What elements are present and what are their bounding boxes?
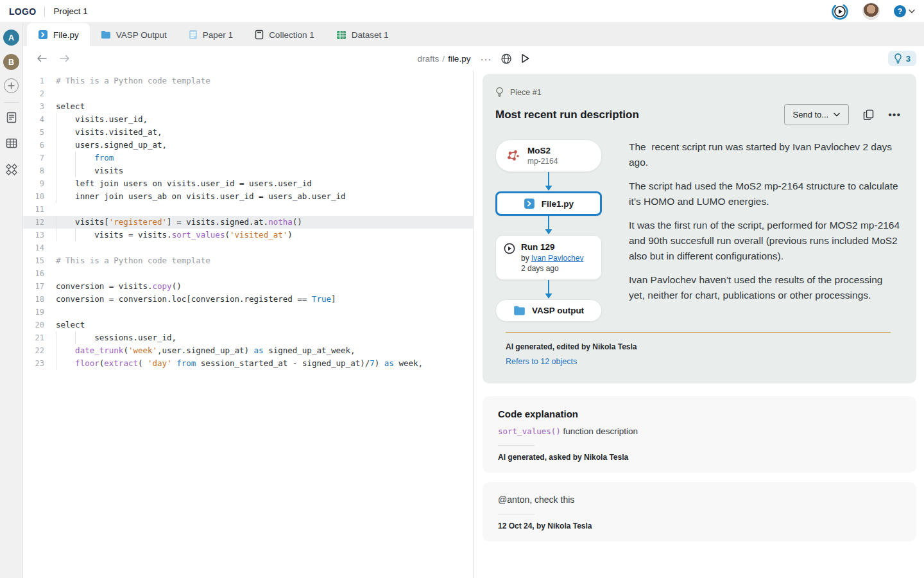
explanation-title: Code explanation [498, 408, 901, 419]
output-node-title: VASP output [532, 306, 584, 315]
code-line[interactable]: 17conversion = visits.copy() [23, 280, 473, 293]
code-line[interactable]: 1# This is a Python code template [23, 74, 473, 87]
code-line[interactable]: 11 [23, 203, 473, 216]
breadcrumb-file: file.py [448, 54, 470, 64]
left-rail: A B [0, 23, 23, 578]
code-line[interactable]: 16 [23, 267, 473, 280]
code-text: select [56, 100, 473, 113]
tab-dataset-1[interactable]: Dataset 1 [325, 23, 400, 46]
insights-pane: Piece #1 Most recent run description Sen… [474, 71, 924, 578]
tab-file-py[interactable]: File.py [27, 23, 90, 46]
tab-collection-1[interactable]: Collection 1 [244, 23, 325, 46]
code-text: inner join users_ab on visits.user_id = … [56, 190, 473, 203]
run-progress-button[interactable] [832, 3, 848, 20]
divider [498, 514, 535, 514]
output-node[interactable]: VASP output [495, 299, 602, 322]
top-bar: LOGO Project 1 ? [0, 0, 924, 23]
apps-panel-button[interactable] [5, 163, 18, 179]
code-explanation-card[interactable]: Code explanation sort_values() function … [483, 396, 916, 473]
comment-card[interactable]: @anton, check this 12 Oct 24, by Nikola … [483, 482, 916, 541]
code-text: left join users on visits.user_id = user… [56, 177, 473, 190]
line-number: 1 [23, 74, 47, 87]
run-author-link[interactable]: Ivan Pavlochev [531, 254, 583, 263]
code-editor[interactable]: 1# This is a Python code template23selec… [23, 71, 474, 578]
forward-button[interactable] [59, 54, 71, 63]
globe-icon[interactable] [501, 53, 511, 64]
line-number: 9 [23, 177, 47, 190]
code-line[interactable]: 20select [23, 319, 473, 331]
material-node-title: MoS2 [527, 146, 558, 155]
collaborator-avatar-a[interactable]: A [3, 30, 19, 46]
code-line[interactable]: 8 visits [23, 164, 473, 177]
code-line[interactable]: 4 visits.user_id, [23, 113, 473, 126]
user-avatar[interactable] [862, 3, 880, 20]
code-text: select [56, 319, 473, 331]
code-line[interactable]: 22 date_trunk('week',user.signed_up_at) … [23, 344, 473, 357]
description-paragraph: The script had used the MoS2 mp-2164 str… [629, 179, 901, 209]
code-line[interactable]: 23 floor(extract( 'day' from session_sta… [23, 357, 473, 370]
refers-link[interactable]: Refers to 12 objects [506, 357, 577, 366]
comment-text: @anton, check this [498, 495, 901, 505]
code-line[interactable]: 15# This is a Python code template [23, 254, 473, 267]
code-line[interactable]: 9 left join users on visits.user_id = us… [23, 177, 473, 190]
code-text [56, 306, 473, 319]
table-panel-button[interactable] [6, 137, 17, 152]
plus-icon [8, 82, 15, 89]
code-line[interactable]: 18conversion = conversion.loc[conversion… [23, 293, 473, 306]
tab-paper-1[interactable]: Paper 1 [178, 23, 244, 46]
script-node-selected[interactable]: File1.py [495, 191, 602, 216]
code-text: sessions.user_id, [56, 331, 473, 344]
description-paragraph: The recent script run was started by Iva… [629, 139, 901, 170]
code-line[interactable]: 7 from [23, 152, 473, 164]
line-number: 6 [23, 139, 47, 152]
divider [44, 6, 45, 17]
breadcrumb-folder[interactable]: drafts [418, 54, 440, 64]
line-number: 20 [23, 319, 47, 331]
line-number: 12 [23, 216, 47, 229]
tab-vasp-output[interactable]: VASP Output [90, 23, 178, 46]
copy-button[interactable] [863, 109, 874, 121]
code-text: visits['registered'] = visits.signed.at.… [56, 216, 473, 229]
folder-icon [101, 30, 111, 39]
code-line[interactable]: 2 [23, 87, 473, 100]
molecule-icon [506, 149, 520, 163]
insights-badge[interactable]: 3 [888, 51, 916, 66]
code-line[interactable]: 10 inner join users_ab on visits.user_id… [23, 190, 473, 203]
more-options-button[interactable]: ··· [480, 54, 492, 64]
code-text: # This is a Python code template [56, 254, 473, 267]
line-number: 7 [23, 152, 47, 164]
document-panel-button[interactable] [6, 112, 17, 126]
run-node[interactable]: Run 129 by Ivan Pavlochev 2 days ago [495, 235, 602, 280]
code-text: users.signed_up_at, [56, 139, 473, 152]
explanation-code-ref[interactable]: sort_values() [498, 426, 561, 436]
divider [498, 445, 535, 446]
help-menu[interactable]: ? [894, 5, 915, 17]
code-text [56, 241, 473, 254]
code-line[interactable]: 6 users.signed_up_at, [23, 139, 473, 152]
back-button[interactable] [36, 54, 47, 63]
code-line[interactable]: 21 sessions.user_id, [23, 331, 473, 344]
code-line[interactable]: 3select [23, 100, 473, 113]
code-text [56, 87, 473, 100]
piece-menu-button[interactable]: ••• [888, 110, 901, 120]
code-line[interactable]: 12 visits['registered'] = visits.signed.… [23, 216, 473, 229]
run-node-author: by Ivan Pavlochev [521, 254, 583, 263]
send-to-button[interactable]: Send to... [784, 104, 850, 125]
app-logo: LOGO [9, 6, 36, 17]
line-number: 21 [23, 331, 47, 344]
run-node-time: 2 days ago [521, 264, 583, 273]
piece-title: Most recent run description [495, 109, 639, 121]
collaborator-avatar-b[interactable]: B [3, 54, 19, 70]
code-line[interactable]: 13 visits = visits.sort_values('visited_… [23, 229, 473, 241]
tab-label: File.py [53, 30, 79, 40]
divider [4, 102, 19, 103]
add-collaborator-button[interactable] [4, 78, 19, 93]
description-paragraph: It was the first run of the script, perf… [629, 218, 901, 264]
run-script-button[interactable] [520, 53, 529, 64]
material-node[interactable]: MoS2 mp-2164 [495, 139, 602, 172]
code-line[interactable]: 19 [23, 306, 473, 319]
folder-icon [513, 305, 526, 316]
code-line[interactable]: 5 visits.visited_at, [23, 126, 473, 139]
line-number: 17 [23, 280, 47, 293]
code-line[interactable]: 14 [23, 241, 473, 254]
